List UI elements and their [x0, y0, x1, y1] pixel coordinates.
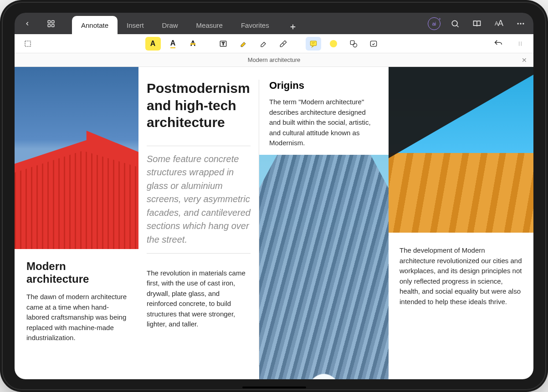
svg-point-6 — [452, 20, 457, 26]
underline-a-tool[interactable]: A — [165, 37, 181, 51]
top-toolbar: Annotate Insert Draw Measure Favorites a… — [15, 13, 533, 34]
tab-insert[interactable]: Insert — [118, 16, 153, 34]
svg-rect-3 — [52, 24, 54, 26]
svg-point-10 — [522, 23, 524, 24]
svg-line-14 — [282, 43, 284, 44]
tab-annotate[interactable]: Annotate — [72, 16, 118, 34]
shape-tool-icon[interactable] — [346, 37, 361, 51]
svg-rect-15 — [310, 41, 316, 46]
image-blue-building — [259, 155, 389, 380]
eraser-tool-icon[interactable] — [276, 37, 291, 51]
text-size-icon[interactable]: AA — [492, 16, 506, 31]
more-icon[interactable] — [513, 16, 528, 31]
strike-a-tool[interactable]: A — [185, 37, 201, 51]
tab-measure[interactable]: Measure — [187, 16, 232, 34]
body-col1: The dawn of modern architecture came at … — [26, 292, 129, 343]
undo-icon[interactable] — [491, 37, 506, 51]
select-tool-icon[interactable] — [20, 37, 36, 51]
redo-icon[interactable] — [512, 37, 528, 51]
svg-text:T: T — [222, 41, 225, 46]
heading-origins: Origins — [269, 80, 379, 92]
book-icon[interactable] — [470, 16, 484, 31]
document-tab-bar: Modern architecture ✕ — [15, 53, 533, 67]
image-orange-building — [389, 67, 533, 233]
marker-tool-icon[interactable] — [236, 37, 251, 51]
annotate-toolbar: A A A T — [15, 34, 533, 53]
svg-line-7 — [457, 25, 459, 27]
svg-rect-2 — [48, 24, 50, 26]
heading-modern-architecture: Modern architecture — [26, 260, 129, 285]
marker-outline-tool-icon[interactable] — [256, 37, 271, 51]
svg-rect-0 — [48, 20, 50, 23]
tab-favorites[interactable]: Favorites — [232, 16, 278, 34]
close-document-button[interactable]: ✕ — [522, 56, 527, 64]
add-tab-button[interactable] — [286, 20, 300, 34]
svg-rect-11 — [25, 41, 31, 46]
note-tool-icon[interactable] — [306, 37, 321, 51]
lead-col2: Some feature concrete structures wrapped… — [147, 153, 251, 247]
document-content: Modern architecture The dawn of modern a… — [15, 67, 533, 379]
svg-rect-20 — [370, 41, 376, 46]
tab-draw[interactable]: Draw — [153, 16, 187, 34]
apps-grid-icon[interactable] — [44, 16, 58, 31]
svg-rect-1 — [52, 20, 54, 23]
highlight-a-tool[interactable]: A — [145, 37, 161, 51]
body-col4: The development of Modern architecture r… — [399, 245, 522, 307]
search-icon[interactable] — [448, 16, 462, 31]
text-box-tool[interactable]: T — [215, 37, 231, 51]
ai-button[interactable]: ai+ — [428, 17, 440, 30]
svg-point-8 — [517, 23, 519, 24]
back-button[interactable] — [20, 16, 35, 31]
image-red-building — [15, 67, 138, 249]
heading-postmodernism: Postmodernism and high-tech architecture — [147, 80, 251, 131]
stamp-tool-icon[interactable] — [366, 37, 381, 51]
svg-point-19 — [353, 43, 357, 47]
body-col3: The term "Modern architecture" describes… — [269, 97, 379, 148]
body-col2: The revolution in materials came first, … — [147, 268, 251, 330]
divider — [147, 253, 251, 254]
document-title: Modern architecture — [248, 56, 301, 63]
color-yellow-icon[interactable] — [326, 37, 341, 51]
svg-point-9 — [520, 23, 521, 24]
divider — [147, 146, 251, 146]
